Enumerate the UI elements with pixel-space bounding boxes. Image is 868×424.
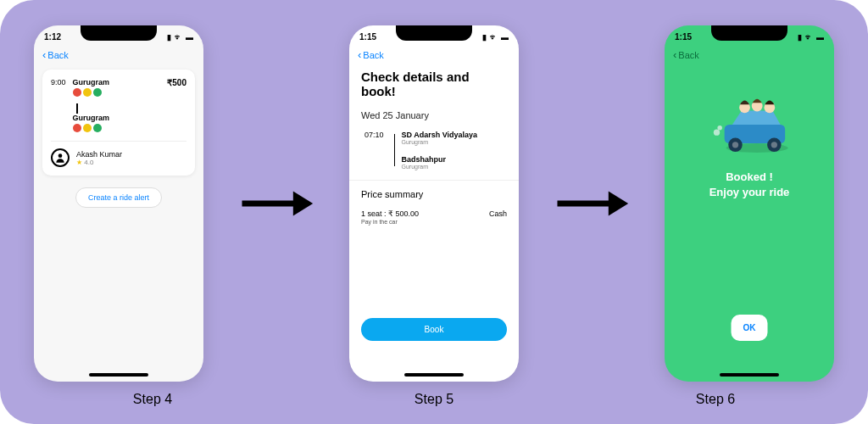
battery-icon: ▬ — [186, 33, 193, 42]
tag-icon-green — [93, 124, 102, 132]
from-location: Gurugram — [73, 78, 168, 86]
star-icon: ★ — [76, 159, 82, 166]
car-family-illustration — [703, 88, 796, 156]
home-indicator — [720, 373, 779, 377]
driver-name: Akash Kumar — [76, 150, 122, 159]
battery-icon: ▬ — [816, 33, 824, 42]
back-button[interactable]: ‹ Back — [349, 45, 519, 64]
price-row: 1 seat : ₹ 500.00 Cash — [349, 203, 519, 218]
chevron-left-icon: ‹ — [358, 48, 361, 61]
step-4-label: Step 4 — [68, 392, 237, 407]
status-indicators: ▮ ᯤ ▬ — [167, 33, 193, 42]
svg-point-8 — [732, 142, 738, 148]
depart-time: 07:10 — [364, 131, 384, 170]
svg-point-0 — [58, 153, 63, 158]
book-button[interactable]: Book — [361, 318, 507, 341]
status-indicators: ▮ ᯤ ▬ — [482, 33, 509, 42]
driver-row[interactable]: Akash Kumar ★ 4.0 — [51, 141, 186, 167]
tag-icon-yellow — [83, 124, 92, 132]
back-label: Back — [47, 50, 68, 60]
to-name: Badshahpur — [402, 155, 478, 164]
to-tags — [73, 124, 168, 132]
svg-point-15 — [717, 126, 722, 131]
svg-point-14 — [714, 129, 720, 135]
signal-icon: ▮ — [482, 33, 487, 42]
price-line: 1 seat : ₹ 500.00 — [361, 209, 419, 218]
wifi-icon: ᯤ — [805, 33, 813, 42]
chevron-left-icon: ‹ — [673, 48, 676, 61]
price-summary-heading: Price summary — [349, 181, 519, 203]
phone-notch — [81, 25, 157, 41]
route-section: 07:10 SD Adarsh Vidyalaya Gurugram Badsh… — [349, 124, 519, 181]
phone-step-4: 1:12 ▮ ᯤ ▬ ‹ Back 9:00 Gurugram — [34, 25, 203, 382]
status-time: 1:15 — [359, 32, 376, 42]
back-button[interactable]: ‹ Back — [665, 45, 834, 64]
back-label: Back — [363, 50, 383, 60]
step-labels: Step 4 Step 5 Step 6 — [34, 383, 834, 407]
status-time: 1:12 — [44, 32, 61, 42]
ride-card[interactable]: 9:00 Gurugram Gurugram — [42, 70, 195, 176]
phone-notch — [396, 25, 472, 41]
pay-note: Pay in the car — [349, 218, 519, 238]
status-indicators: ▮ ᯤ ▬ — [798, 33, 824, 42]
wifi-icon: ᯤ — [175, 33, 182, 42]
svg-point-10 — [771, 142, 777, 148]
page-title: Check details and book! — [349, 64, 519, 107]
tag-icon-green — [93, 88, 102, 97]
tag-icon-yellow — [83, 88, 92, 97]
arrow-right-icon — [238, 187, 314, 220]
depart-time: 9:00 — [51, 78, 66, 86]
route-line — [394, 134, 395, 166]
to-sub: Gurugram — [402, 164, 478, 170]
from-sub: Gurugram — [402, 139, 478, 145]
arrow-right-icon — [554, 187, 630, 220]
tag-icon-red — [73, 124, 81, 132]
svg-marker-4 — [609, 192, 628, 216]
home-indicator — [404, 373, 464, 377]
phone-step-5: 1:15 ▮ ᯤ ▬ ‹ Back Check details and book… — [349, 25, 519, 382]
tutorial-canvas: 1:12 ▮ ᯤ ▬ ‹ Back 9:00 Gurugram — [0, 0, 868, 424]
phone-step-6: 1:15 ▮ ᯤ ▬ ‹ Back — [665, 25, 834, 382]
phone-notch — [711, 25, 787, 41]
svg-marker-2 — [293, 192, 313, 216]
avatar — [51, 148, 70, 167]
battery-icon: ▬ — [501, 33, 509, 42]
signal-icon: ▮ — [167, 33, 171, 42]
phones-row: 1:12 ▮ ᯤ ▬ ‹ Back 9:00 Gurugram — [34, 24, 834, 383]
back-button[interactable]: ‹ Back — [34, 45, 203, 64]
chevron-left-icon: ‹ — [42, 48, 46, 61]
step-5-label: Step 5 — [349, 392, 519, 407]
booked-message: Booked ! Enjoy your ride — [665, 170, 834, 200]
to-location: Gurugram — [73, 114, 168, 122]
from-tags — [73, 88, 168, 97]
home-indicator — [89, 373, 148, 377]
step-6-label: Step 6 — [631, 392, 800, 407]
ok-button[interactable]: OK — [732, 315, 768, 341]
trip-date: Wed 25 January — [349, 107, 519, 124]
back-label: Back — [678, 50, 698, 60]
ride-price: ₹500 — [167, 78, 186, 87]
create-alert-button[interactable]: Create a ride alert — [75, 187, 162, 208]
status-time: 1:15 — [675, 32, 692, 42]
driver-rating: ★ 4.0 — [76, 159, 122, 166]
payment-method: Cash — [489, 209, 507, 218]
tag-icon-red — [73, 88, 81, 97]
wifi-icon: ᯤ — [490, 33, 498, 42]
signal-icon: ▮ — [798, 33, 802, 42]
person-icon — [54, 152, 66, 164]
from-name: SD Adarsh Vidyalaya — [402, 131, 478, 139]
